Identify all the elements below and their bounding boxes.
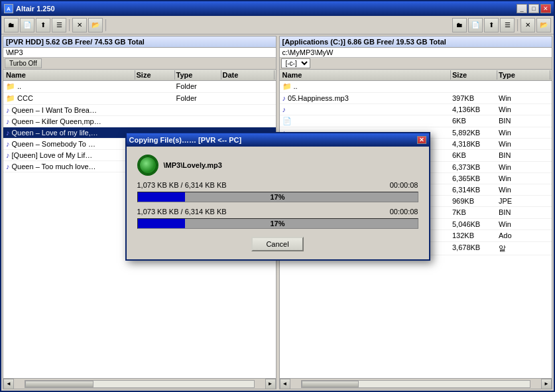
progress-2-label: 17% — [138, 219, 418, 228]
progress-2-time: 00:00:08 — [390, 208, 418, 216]
copy-dialog: Copying File(s)…… [PVR <-- PC] ✕ — [125, 132, 430, 261]
file-icon — [137, 155, 158, 176]
progress-1-time: 00:00:08 — [390, 181, 418, 189]
progress-1-transferred: 1,073 KB KB / 6,314 KB KB — [137, 181, 227, 189]
svg-point-0 — [139, 157, 156, 174]
modal-overlay: Copying File(s)…… [PVR <-- PC] ✕ — [1, 1, 554, 391]
dialog-filename: \MP3\Lovely.mp3 — [164, 161, 222, 169]
progress-1-info: 1,073 KB KB / 6,314 KB KB 00:00:08 — [137, 181, 418, 189]
dialog-file-row: \MP3\Lovely.mp3 — [137, 155, 418, 176]
progress-2-transferred: 1,073 KB KB / 6,314 KB KB — [137, 208, 227, 216]
dialog-body: \MP3\Lovely.mp3 1,073 KB KB / 6,314 KB K… — [127, 147, 429, 259]
dialog-progress-2: 1,073 KB KB / 6,314 KB KB 00:00:08 17% — [137, 208, 418, 229]
dialog-title-bar: Copying File(s)…… [PVR <-- PC] ✕ — [127, 133, 429, 147]
cancel-button[interactable]: Cancel — [251, 237, 303, 251]
progress-bar-2: 17% — [137, 218, 418, 229]
progress-bar-1: 17% — [137, 192, 418, 202]
dialog-progress-1: 1,073 KB KB / 6,314 KB KB 00:00:08 17% — [137, 181, 418, 202]
progress-2-info: 1,073 KB KB / 6,314 KB KB 00:00:08 — [137, 208, 418, 216]
dialog-title: Copying File(s)…… [PVR <-- PC] — [129, 136, 242, 144]
dialog-buttons: Cancel — [137, 237, 418, 251]
main-window: A Altair 1.250 _ □ ✕ 🖿 📄 ⬆ ☰ ✕ 📂 🖿 📄 ⬆ ☰… — [0, 0, 555, 392]
progress-1-label: 17% — [138, 192, 418, 202]
dialog-close-button[interactable]: ✕ — [417, 136, 426, 144]
